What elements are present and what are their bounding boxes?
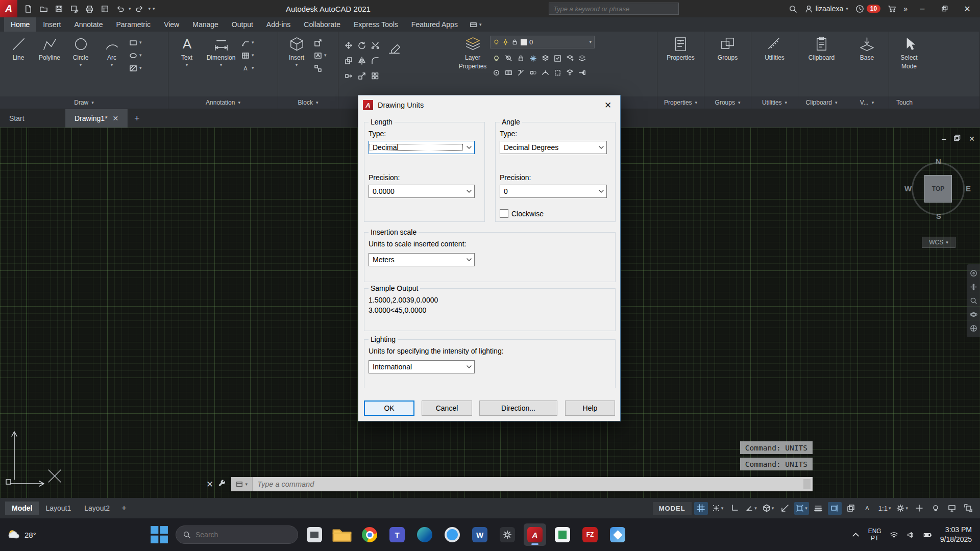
graphics-performance-button[interactable] bbox=[945, 502, 959, 515]
command-customize-wrench-icon[interactable] bbox=[218, 479, 227, 489]
layer-tool-icon[interactable] bbox=[505, 55, 512, 62]
circle-button[interactable]: Circle▾ bbox=[66, 34, 95, 67]
wcs-dropdown[interactable]: WCS▾ bbox=[922, 237, 955, 248]
redo-button[interactable] bbox=[133, 2, 146, 15]
rectangle-dropdown-icon[interactable]: ▾ bbox=[139, 40, 142, 45]
chrome-icon[interactable] bbox=[358, 523, 381, 546]
overflow-chevrons-icon[interactable]: » bbox=[903, 5, 908, 13]
close-drawing-tab-icon[interactable]: ✕ bbox=[113, 114, 119, 122]
base-button[interactable]: Base bbox=[849, 34, 885, 61]
layer-tool-icon[interactable] bbox=[505, 69, 512, 77]
tab-start[interactable]: Start bbox=[0, 109, 65, 128]
tray-chevron-up-icon[interactable] bbox=[851, 531, 860, 539]
viewcube[interactable]: N W E S TOP bbox=[909, 159, 968, 218]
edit-attributes-tool-icon[interactable] bbox=[313, 51, 323, 60]
tab-drawing1[interactable]: Drawing1*✕ bbox=[65, 109, 128, 128]
insert-block-button[interactable]: Insert▾ bbox=[282, 34, 311, 67]
browser2-icon[interactable] bbox=[441, 523, 463, 546]
layer-tool-icon[interactable] bbox=[517, 55, 525, 62]
clipboard-panel-label[interactable]: Clipboard▾ bbox=[798, 96, 845, 109]
help-button[interactable]: Help bbox=[565, 400, 615, 416]
app-store-button[interactable] bbox=[888, 5, 896, 13]
viewcube-west[interactable]: W bbox=[904, 184, 912, 193]
search-icon[interactable] bbox=[789, 5, 797, 13]
tab-add-ins[interactable]: Add-ins bbox=[260, 17, 297, 32]
ribbon-display-toggle[interactable]: ▾ bbox=[470, 17, 482, 32]
viewcube-north[interactable]: N bbox=[936, 157, 941, 166]
start-button[interactable] bbox=[148, 523, 170, 546]
taskbar-search-input[interactable] bbox=[195, 531, 272, 539]
customization-gear-button[interactable]: ▾ bbox=[895, 502, 910, 515]
layer-tool-icon[interactable] bbox=[529, 55, 537, 62]
tab-insert[interactable]: Insert bbox=[36, 17, 67, 32]
stretch-tool-icon[interactable] bbox=[344, 71, 354, 81]
length-type-combo[interactable]: Decimal bbox=[369, 141, 475, 154]
battery-icon[interactable] bbox=[923, 531, 932, 539]
sheet-set-button[interactable] bbox=[98, 2, 111, 15]
text-style-tool-icon[interactable]: A bbox=[240, 63, 250, 73]
new-layout-button[interactable]: + bbox=[116, 503, 132, 513]
add-status-button[interactable] bbox=[912, 502, 926, 515]
steering-icon[interactable] bbox=[970, 324, 977, 332]
layer-select-combo[interactable]: 0 ▾ bbox=[490, 36, 595, 48]
copy-tool-icon[interactable] bbox=[344, 56, 354, 66]
layer-tool-icon[interactable] bbox=[542, 55, 549, 62]
minimize-button[interactable]: – bbox=[915, 0, 930, 17]
clockwise-checkbox[interactable] bbox=[500, 209, 508, 218]
restore-button[interactable] bbox=[937, 0, 952, 17]
taskbar-search[interactable] bbox=[176, 525, 298, 544]
angle-precision-combo[interactable]: 0 bbox=[500, 185, 607, 198]
tab-model[interactable]: Model bbox=[5, 502, 39, 515]
notifications-button[interactable]: 10 bbox=[855, 5, 880, 13]
tab-layout2[interactable]: Layout2 bbox=[78, 502, 116, 515]
teams-icon[interactable]: T bbox=[386, 523, 408, 546]
command-input[interactable]: Type a command bbox=[253, 480, 803, 488]
lineweight-toggle[interactable] bbox=[812, 502, 825, 515]
wifi-icon[interactable] bbox=[890, 531, 898, 539]
layer-tool-icon[interactable] bbox=[554, 55, 561, 62]
table-tool-icon[interactable] bbox=[240, 51, 250, 60]
ellipse-dropdown-icon[interactable]: ▾ bbox=[139, 53, 142, 58]
object-snap-toggle[interactable]: ▾ bbox=[794, 502, 809, 515]
signin-user[interactable]: lizaalexa ▾ bbox=[804, 5, 848, 13]
isometric-drafting-toggle[interactable]: ▾ bbox=[761, 502, 776, 515]
select-mode-button[interactable]: SelectMode bbox=[893, 34, 925, 70]
open-file-button[interactable] bbox=[37, 2, 50, 15]
groups-button[interactable]: Groups bbox=[708, 34, 747, 61]
text-style-dropdown-icon[interactable]: ▾ bbox=[252, 66, 254, 70]
layer-tool-icon[interactable] bbox=[493, 69, 500, 77]
weather-widget[interactable]: 28° bbox=[0, 528, 36, 541]
spreadsheet-app-icon[interactable] bbox=[551, 523, 574, 546]
qat-customize-icon[interactable]: ▾ bbox=[153, 7, 155, 11]
redo-dropdown-icon[interactable]: ▾ bbox=[149, 7, 151, 11]
dialog-titlebar[interactable]: A Drawing Units ✕ bbox=[358, 95, 620, 115]
arc-button[interactable]: Arc▾ bbox=[97, 34, 127, 67]
properties-panel-label[interactable]: Properties▾ bbox=[657, 96, 704, 109]
dimension-button[interactable]: Dimension▾ bbox=[203, 34, 239, 67]
attributes-dropdown-icon[interactable]: ▾ bbox=[324, 53, 327, 58]
pan-icon[interactable] bbox=[970, 283, 977, 291]
text-button[interactable]: AText▾ bbox=[172, 34, 202, 67]
orbit-icon[interactable] bbox=[970, 311, 977, 318]
autocad-taskbar-icon[interactable]: A bbox=[524, 523, 546, 546]
layer-tool-icon[interactable] bbox=[566, 55, 574, 62]
erase-button[interactable] bbox=[383, 34, 406, 56]
insertion-units-combo[interactable]: Meters bbox=[369, 253, 475, 266]
polyline-button[interactable]: Polyline bbox=[35, 34, 64, 61]
layer-tool-icon[interactable] bbox=[542, 69, 549, 77]
array-tool-icon[interactable] bbox=[371, 71, 380, 81]
mirror-tool-icon[interactable] bbox=[357, 56, 367, 66]
model-space-button[interactable]: MODEL bbox=[653, 502, 692, 515]
create-block-tool-icon[interactable] bbox=[313, 38, 323, 47]
ok-button[interactable]: OK bbox=[364, 400, 414, 416]
direction-button[interactable]: Direction... bbox=[479, 400, 557, 416]
selection-cycling-toggle[interactable] bbox=[844, 502, 858, 515]
tab-output[interactable]: Output bbox=[225, 17, 260, 32]
help-search-box[interactable] bbox=[549, 3, 679, 15]
move-tool-icon[interactable] bbox=[344, 41, 354, 51]
tab-manage[interactable]: Manage bbox=[186, 17, 225, 32]
line-button[interactable]: Line bbox=[4, 34, 33, 61]
help-search-input[interactable] bbox=[553, 5, 674, 13]
layer-tool-icon[interactable] bbox=[566, 69, 574, 77]
language-indicator[interactable]: ENG PT bbox=[868, 528, 881, 542]
